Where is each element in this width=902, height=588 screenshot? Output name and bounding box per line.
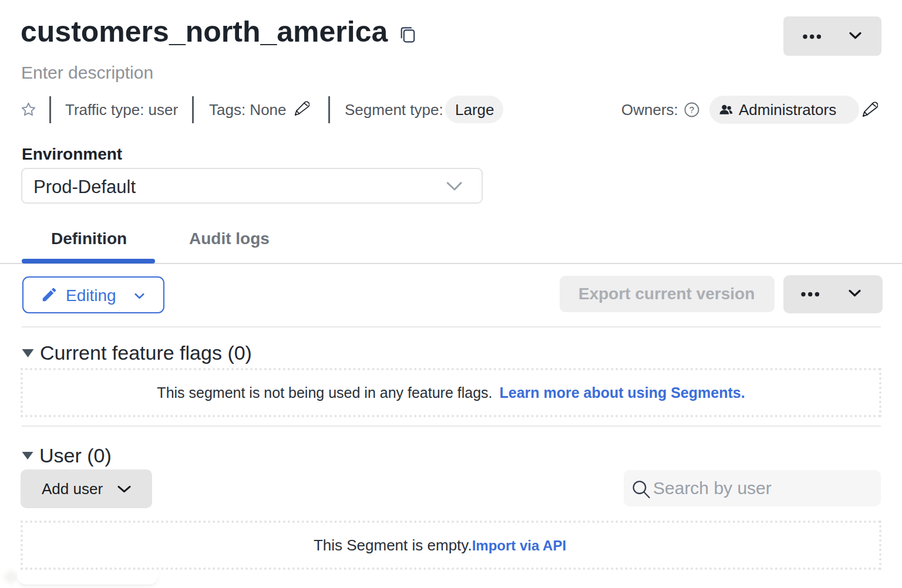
svg-text:?: ? — [689, 104, 694, 114]
